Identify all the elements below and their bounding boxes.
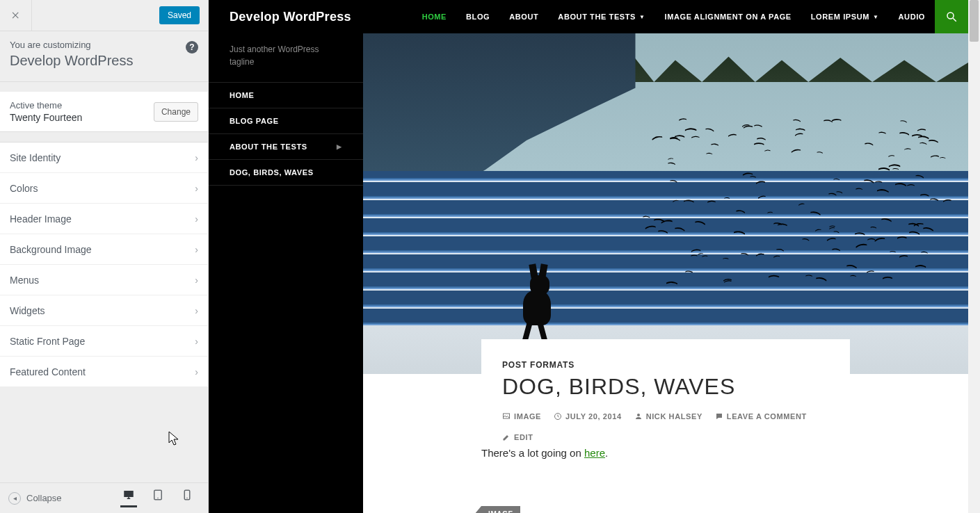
chevron-right-icon: › bbox=[195, 336, 198, 347]
svg-point-8 bbox=[637, 414, 640, 416]
preview-frame: Develop WordPress HOME BLOG ABOUT ABOUT … bbox=[209, 0, 980, 513]
featured-image: ‿‿‿‿‿‿‿‿‿‿‿‿‿‿‿‿‿‿‿‿‿‿‿‿‿‿‿‿‿‿‿‿‿‿‿‿‿‿‿‿… bbox=[363, 33, 968, 374]
svg-point-1 bbox=[157, 498, 159, 499]
close-button[interactable] bbox=[0, 0, 32, 31]
nav-label: IMAGE ALIGNMENT ON A PAGE bbox=[665, 13, 792, 21]
help-icon[interactable]: ? bbox=[186, 41, 198, 54]
customizer-sections: Site Identity› Colors› Header Image› Bac… bbox=[0, 142, 208, 387]
chevron-right-icon: › bbox=[195, 275, 198, 286]
close-icon bbox=[11, 10, 21, 20]
post-meta: IMAGE JULY 20, 2014 NICK HALSEY LEAVE A … bbox=[502, 412, 829, 441]
nav-label: LOREM IPSUM bbox=[811, 13, 869, 21]
customizer-header: You are customizing Develop WordPress ? bbox=[0, 31, 208, 82]
post-format-link[interactable]: IMAGE bbox=[502, 412, 541, 421]
section-label: Header Image bbox=[10, 213, 72, 225]
section-featured-content[interactable]: Featured Content› bbox=[0, 357, 208, 387]
sidebar-item-blog-page[interactable]: BLOG PAGE bbox=[209, 108, 363, 133]
post-title[interactable]: DOG, BIRDS, WAVES bbox=[502, 374, 829, 400]
content-area: ‿‿‿‿‿‿‿‿‿‿‿‿‿‿‿‿‿‿‿‿‿‿‿‿‿‿‿‿‿‿‿‿‿‿‿‿‿‿‿‿… bbox=[363, 33, 968, 513]
svg-point-4 bbox=[947, 13, 954, 19]
nav-blog[interactable]: BLOG bbox=[456, 0, 499, 33]
nav-label: BLOG bbox=[466, 13, 490, 21]
site-preview: Develop WordPress HOME BLOG ABOUT ABOUT … bbox=[209, 0, 968, 513]
chevron-right-icon: › bbox=[195, 183, 198, 194]
collapse-button[interactable]: ◂ Collapse bbox=[0, 492, 108, 505]
post-comment-link[interactable]: LEAVE A COMMENT bbox=[715, 412, 807, 421]
post-text: . bbox=[605, 447, 608, 459]
secondary-menu: HOME BLOG PAGE ABOUT THE TESTS▶ DOG, BIR… bbox=[209, 82, 363, 186]
section-background-image[interactable]: Background Image› bbox=[0, 234, 208, 265]
sidebar-item-about-tests[interactable]: ABOUT THE TESTS▶ bbox=[209, 133, 363, 159]
device-desktop-button[interactable] bbox=[120, 489, 137, 507]
pencil-icon bbox=[502, 433, 511, 441]
svg-line-5 bbox=[953, 18, 956, 22]
sidebar-item-label: DOG, BIRDS, WAVES bbox=[230, 168, 314, 177]
user-icon bbox=[634, 412, 643, 421]
post-date-link[interactable]: JULY 20, 2014 bbox=[554, 412, 622, 421]
nav-home[interactable]: HOME bbox=[412, 0, 456, 33]
device-tablet-button[interactable] bbox=[150, 489, 166, 507]
site-brand[interactable]: Develop WordPress bbox=[209, 10, 372, 24]
collapse-label: Collapse bbox=[26, 493, 62, 503]
search-button[interactable] bbox=[935, 0, 968, 33]
post-body-link[interactable]: here bbox=[584, 447, 605, 459]
primary-menu: HOME BLOG ABOUT ABOUT THE TESTS▼ IMAGE A… bbox=[412, 0, 935, 33]
image-icon bbox=[502, 412, 511, 421]
scrollbar-thumb[interactable] bbox=[970, 0, 979, 42]
nav-image-alignment[interactable]: IMAGE ALIGNMENT ON A PAGE bbox=[655, 0, 801, 33]
nav-label: HOME bbox=[422, 13, 447, 21]
sidebar-item-home[interactable]: HOME bbox=[209, 82, 363, 108]
section-label: Widgets bbox=[10, 305, 45, 316]
nav-lorem-ipsum[interactable]: LOREM IPSUM▼ bbox=[801, 0, 889, 33]
saved-button[interactable]: Saved bbox=[159, 6, 200, 24]
active-theme-label: Active theme bbox=[10, 100, 82, 111]
nav-label: ABOUT THE TESTS bbox=[558, 13, 636, 21]
customizing-label: You are customizing bbox=[10, 40, 198, 50]
left-sidebar: Just another WordPress tagline HOME BLOG… bbox=[209, 33, 363, 513]
chevron-right-icon: ▶ bbox=[337, 143, 342, 150]
sidebar-item-label: ABOUT THE TESTS bbox=[230, 142, 307, 151]
tablet-icon bbox=[152, 489, 164, 501]
tag-image[interactable]: IMAGE bbox=[481, 506, 520, 513]
section-label: Site Identity bbox=[10, 152, 61, 163]
section-menus[interactable]: Menus› bbox=[0, 265, 208, 295]
chevron-right-icon: › bbox=[195, 305, 198, 316]
section-label: Static Front Page bbox=[10, 336, 85, 347]
chevron-down-icon: ▼ bbox=[873, 14, 879, 20]
post-category[interactable]: POST FORMATS bbox=[502, 360, 829, 370]
search-icon bbox=[945, 10, 958, 23]
change-theme-button[interactable]: Change bbox=[154, 102, 198, 122]
active-theme-row[interactable]: Active theme Twenty Fourteen Change bbox=[0, 92, 208, 132]
nav-about[interactable]: ABOUT bbox=[499, 0, 548, 33]
top-navigation: Develop WordPress HOME BLOG ABOUT ABOUT … bbox=[209, 0, 968, 33]
nav-audio[interactable]: AUDIO bbox=[889, 0, 935, 33]
chevron-right-icon: › bbox=[195, 366, 198, 377]
sidebar-item-label: BLOG PAGE bbox=[230, 117, 279, 125]
section-static-front-page[interactable]: Static Front Page› bbox=[0, 326, 208, 357]
site-tagline: Just another WordPress tagline bbox=[209, 33, 363, 82]
birds-flock: ‿‿‿‿‿‿‿‿‿‿‿‿‿‿‿‿‿‿‿‿‿‿‿‿‿‿‿‿‿‿‿‿‿‿‿‿‿‿‿‿… bbox=[634, 117, 954, 298]
customizing-site-name: Develop WordPress bbox=[10, 53, 198, 69]
section-widgets[interactable]: Widgets› bbox=[0, 295, 208, 326]
nav-about-tests[interactable]: ABOUT THE TESTS▼ bbox=[548, 0, 654, 33]
post-body: There's a lot going on here. bbox=[481, 447, 850, 459]
section-colors[interactable]: Colors› bbox=[0, 173, 208, 204]
active-theme-name: Twenty Fourteen bbox=[10, 112, 82, 123]
section-site-identity[interactable]: Site Identity› bbox=[0, 142, 208, 173]
sidebar-item-dog-birds-waves[interactable]: DOG, BIRDS, WAVES bbox=[209, 159, 363, 186]
dog-silhouette bbox=[509, 263, 572, 346]
chevron-down-icon: ▼ bbox=[639, 14, 645, 20]
scrollbar-track[interactable] bbox=[968, 0, 980, 513]
desktop-icon bbox=[122, 489, 135, 501]
section-label: Colors bbox=[10, 183, 38, 194]
customizer-topbar: Saved bbox=[0, 0, 208, 31]
section-label: Featured Content bbox=[10, 366, 86, 377]
post-author-link[interactable]: NICK HALSEY bbox=[634, 412, 702, 421]
chevron-right-icon: › bbox=[195, 152, 198, 163]
svg-point-3 bbox=[186, 498, 188, 499]
nav-label: ABOUT bbox=[509, 13, 538, 21]
device-mobile-button[interactable] bbox=[179, 489, 195, 507]
post-edit-link[interactable]: EDIT bbox=[502, 433, 533, 441]
device-preview-buttons bbox=[108, 489, 208, 507]
section-header-image[interactable]: Header Image› bbox=[0, 204, 208, 234]
